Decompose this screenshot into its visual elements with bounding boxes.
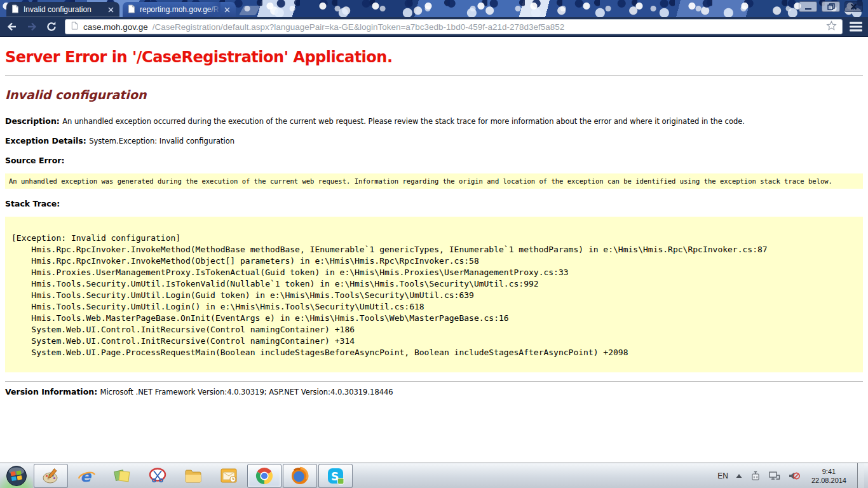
version-information: Version Information: Microsoft .NET Fram… (5, 387, 863, 396)
sticky-notes-icon (112, 466, 132, 485)
outlook-icon (219, 466, 238, 485)
error-page: Server Error in '/CaseRegistration' Appl… (0, 37, 868, 463)
volume-muted-icon[interactable] (788, 470, 801, 482)
description-line: Description: An unhandled exception occu… (5, 117, 863, 126)
address-bar[interactable]: case.moh.gov.ge /CaseRegistration/defaul… (65, 19, 843, 34)
stack-trace: [Exception: Invalid configuration] Hmis.… (5, 217, 863, 372)
skype-icon: S (326, 466, 345, 485)
close-button[interactable] (844, 1, 863, 12)
firefox-icon (290, 466, 309, 485)
forward-button[interactable] (25, 20, 38, 33)
clock-time: 9:41 (811, 467, 846, 476)
system-tray: EN (717, 463, 868, 488)
exception-details-label: Exception Details: (5, 136, 89, 146)
exception-details-text: System.Exception: Invalid configuration (89, 137, 234, 146)
browser-toolbar: case.moh.gov.ge /CaseRegistration/defaul… (0, 17, 868, 37)
show-desktop-button[interactable] (857, 463, 864, 488)
window-controls (799, 1, 863, 12)
taskbar-item-skype[interactable]: S (318, 464, 353, 488)
tab-strip: Invalid configuration reporting.moh.gov.… (6, 2, 258, 17)
snipping-tool-icon (148, 466, 167, 485)
network-icon[interactable] (768, 470, 781, 482)
safely-remove-hardware-icon[interactable] (750, 470, 761, 482)
taskbar: e (0, 463, 868, 488)
page-favicon-icon (127, 4, 136, 15)
tab-close-icon[interactable] (106, 5, 115, 14)
restore-button[interactable] (822, 1, 840, 12)
taskbar-item-internet-explorer[interactable]: e (69, 464, 104, 488)
taskbar-item-sticky-notes[interactable] (105, 464, 139, 488)
source-error-label: Source Error: (5, 156, 863, 165)
chrome-icon (255, 466, 274, 485)
reload-button[interactable] (45, 20, 58, 33)
paint-icon (41, 466, 60, 485)
clock-date: 22.08.2014 (811, 476, 846, 485)
description-label: Description: (5, 116, 62, 126)
minimize-button[interactable] (799, 1, 817, 12)
divider (5, 75, 863, 76)
back-button[interactable] (6, 20, 18, 33)
bookmark-star-icon[interactable] (826, 20, 837, 33)
start-button[interactable] (0, 463, 33, 488)
page-icon (71, 22, 79, 32)
divider (5, 381, 863, 382)
new-tab-button[interactable] (239, 6, 261, 15)
page-favicon-icon (11, 4, 20, 15)
internet-explorer-icon: e (77, 466, 96, 485)
description-text: An unhandled exception occurred during t… (62, 117, 745, 126)
source-error-box: An unhandled exception was generated dur… (5, 173, 863, 189)
taskbar-item-outlook[interactable] (212, 464, 246, 488)
page-title: Server Error in '/CaseRegistration' Appl… (5, 48, 863, 66)
taskbar-item-snipping-tool[interactable] (140, 464, 175, 488)
language-indicator[interactable]: EN (717, 471, 728, 480)
exception-details-line: Exception Details: System.Exception: Inv… (5, 137, 863, 146)
stack-trace-label: Stack Trace: (5, 200, 863, 208)
hidden-icons-arrow-icon[interactable] (735, 473, 743, 479)
svg-text:e: e (80, 467, 92, 485)
version-label: Version Information: (5, 387, 100, 396)
screen: Invalid configuration reporting.moh.gov.… (0, 0, 868, 488)
url-domain: case.moh.gov.ge (83, 22, 148, 32)
taskbar-item-paint[interactable] (34, 464, 68, 488)
tab-close-icon[interactable] (222, 5, 231, 14)
windows-logo-icon (6, 465, 27, 487)
taskbar-item-firefox[interactable] (283, 464, 317, 488)
chrome-menu-icon[interactable] (850, 22, 862, 32)
version-text: Microsoft .NET Framework Version:4.0.303… (100, 388, 393, 396)
tab-invalid-configuration[interactable]: Invalid configuration (6, 2, 119, 17)
tab-title: reporting.moh.gov.ge/Rep (140, 5, 219, 14)
tab-title: Invalid configuration (24, 5, 102, 14)
taskbar-item-file-explorer[interactable] (176, 464, 210, 488)
tab-reporting[interactable]: reporting.moh.gov.ge/Rep (123, 2, 236, 17)
folder-icon (184, 466, 203, 485)
taskbar-clock[interactable]: 9:41 22.08.2014 (808, 467, 850, 485)
taskbar-item-chrome[interactable] (247, 464, 281, 488)
browser-titlebar: Invalid configuration reporting.moh.gov.… (0, 0, 868, 17)
error-subtitle: Invalid configuration (5, 88, 863, 102)
url-path: /CaseRegistration/default.aspx?languageP… (153, 22, 822, 32)
